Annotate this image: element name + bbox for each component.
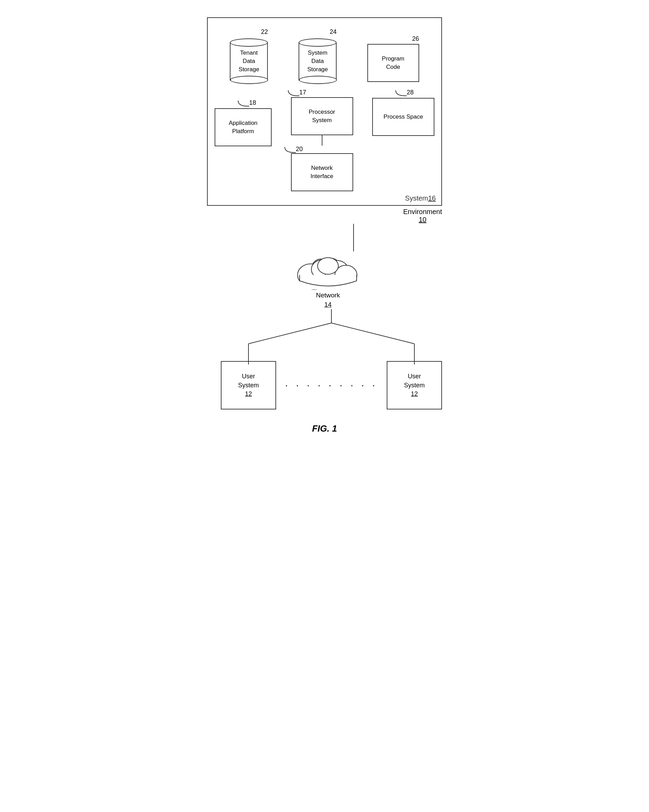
figure-label: FIG. 1 xyxy=(200,423,449,434)
user-system-left: UserSystem12 xyxy=(221,361,276,409)
app-platform-curve-svg xyxy=(235,99,249,107)
process-space-ref: 28 xyxy=(407,89,414,96)
tenant-storage: 22 TenantDataStorage xyxy=(230,28,268,82)
branch-lines xyxy=(207,309,456,365)
process-space-container: 28 Process Space xyxy=(372,89,434,136)
cylinder-bottom-system xyxy=(299,76,337,84)
network-interface-curve-svg xyxy=(282,146,296,153)
user-system-right: UserSystem12 xyxy=(387,361,442,409)
process-space-label: Process Space xyxy=(384,113,423,121)
system-storage: 24 SystemDataStorage xyxy=(299,28,337,82)
diagram-container: 22 TenantDataStorage 24 xyxy=(200,7,449,434)
branch-svg xyxy=(207,309,456,365)
program-code-ref: 26 xyxy=(412,35,419,43)
user-system-left-label: UserSystem12 xyxy=(238,372,259,398)
network-cloud-area: Network 14 xyxy=(207,248,449,309)
program-code-label: ProgramCode xyxy=(382,55,404,71)
processor-curve-svg xyxy=(285,89,299,96)
process-space-box: Process Space xyxy=(372,98,434,136)
processor-to-network-line xyxy=(322,135,322,146)
dots-separator: · · · · · · · · · xyxy=(285,380,378,391)
svg-point-16 xyxy=(318,258,338,274)
user-system-right-label: UserSystem12 xyxy=(404,372,425,398)
top-row: 22 TenantDataStorage 24 xyxy=(215,25,434,82)
user-systems-row: UserSystem12 · · · · · · · · · UserSyste… xyxy=(207,361,456,409)
program-code: 26 ProgramCode xyxy=(367,35,419,82)
environment-label: Environment 10 xyxy=(403,208,442,224)
app-platform-ref: 18 xyxy=(249,99,256,107)
app-platform-container: 18 ApplicationPlatform xyxy=(215,99,272,146)
tenant-storage-label: TenantDataStorage xyxy=(239,49,259,73)
cylinder-bottom-tenant xyxy=(230,76,268,84)
middle-row: 18 ApplicationPlatform 17 xyxy=(215,89,434,191)
system-label: System16 xyxy=(405,194,436,202)
environment-label-area: Environment 10 xyxy=(200,208,449,224)
process-space-ref-area: 28 xyxy=(393,89,414,96)
system-storage-cylinder: SystemDataStorage xyxy=(299,37,337,82)
processor-ref: 17 xyxy=(299,89,306,96)
ni-cloud-connector xyxy=(353,224,354,252)
cylinder-top-tenant xyxy=(230,38,268,47)
system-storage-ref: 24 xyxy=(330,28,337,36)
tenant-storage-cylinder: TenantDataStorage xyxy=(230,37,268,82)
app-platform-ref-area: 18 xyxy=(235,99,256,107)
network-interface-ref: 20 xyxy=(296,146,303,153)
app-platform-box: ApplicationPlatform xyxy=(215,108,272,146)
cylinder-top-system xyxy=(299,38,337,47)
processor-system-box: ProcessorSystem xyxy=(291,97,353,135)
center-column: 17 ProcessorSystem 20 xyxy=(275,89,369,191)
processor-ref-area: 17 xyxy=(285,89,306,96)
user-system-left-box: UserSystem12 xyxy=(221,361,276,409)
process-space-curve-svg xyxy=(393,89,407,96)
cloud-svg xyxy=(290,252,366,296)
user-system-right-box: UserSystem12 xyxy=(387,361,442,409)
svg-line-21 xyxy=(248,323,331,344)
cloud-shape-container xyxy=(290,252,366,298)
network-interface-ref-area: 20 xyxy=(282,146,303,153)
svg-rect-17 xyxy=(300,275,356,289)
processor-system-label: ProcessorSystem xyxy=(309,108,335,125)
system-box: 22 TenantDataStorage 24 xyxy=(207,17,442,206)
page: 22 TenantDataStorage 24 xyxy=(186,7,463,434)
svg-line-22 xyxy=(331,323,414,344)
cylinder-body-tenant: TenantDataStorage xyxy=(230,43,268,81)
network-interface-label: NetworkInterface xyxy=(310,164,333,180)
network-interface-box: NetworkInterface xyxy=(291,153,353,191)
app-platform-label: ApplicationPlatform xyxy=(229,119,257,136)
system-storage-label: SystemDataStorage xyxy=(307,49,328,73)
ni-to-cloud-line xyxy=(207,224,449,252)
program-code-box: ProgramCode xyxy=(367,44,419,82)
cylinder-body-system: SystemDataStorage xyxy=(299,43,337,81)
tenant-storage-ref: 22 xyxy=(261,28,268,36)
